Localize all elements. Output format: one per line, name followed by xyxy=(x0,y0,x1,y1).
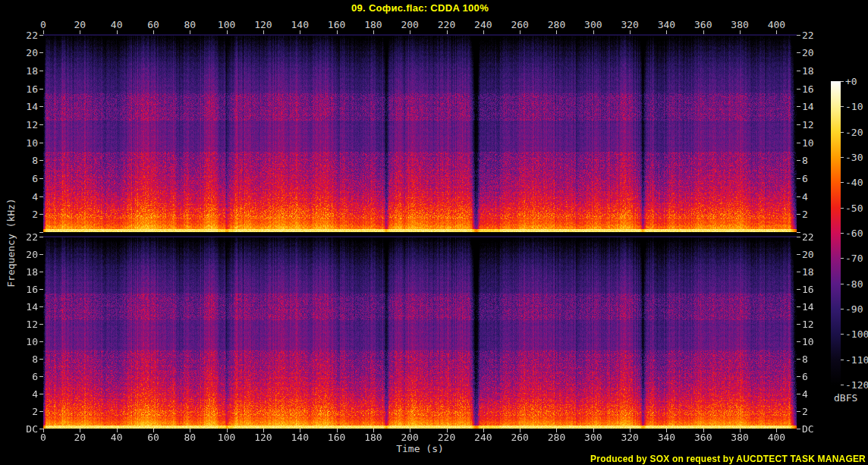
y-axis-tick xyxy=(39,143,43,143)
x-tick-label-bottom: 100 xyxy=(212,432,242,442)
y-tick-label-right: 16 xyxy=(802,284,825,294)
x-tick-label-top: 140 xyxy=(285,20,315,30)
y-tick-label-left: 18 xyxy=(15,267,38,277)
y-tick-label-left: 2 xyxy=(15,209,38,219)
y-axis-tick xyxy=(797,143,800,143)
x-tick-label-top: 160 xyxy=(322,20,352,30)
y-axis-tick xyxy=(797,106,800,107)
y-axis-tick xyxy=(39,394,43,394)
y-tick-label-left: 16 xyxy=(15,284,38,294)
x-axis-tick xyxy=(337,30,338,34)
y-tick-label-right: 16 xyxy=(802,84,825,94)
y-tick-label-left: 10 xyxy=(15,138,38,148)
x-tick-label-bottom: 240 xyxy=(468,432,498,442)
y-axis-tick xyxy=(39,359,43,360)
x-tick-label-bottom: 400 xyxy=(761,432,791,442)
y-axis-tick xyxy=(39,237,43,237)
y-axis-tick xyxy=(39,306,43,307)
x-axis-tick xyxy=(630,30,631,34)
y-tick-label-left: 4 xyxy=(15,192,38,202)
y-tick-label-right: 2 xyxy=(802,407,825,416)
y-tick-label-left: 6 xyxy=(15,372,38,382)
y-tick-label-right: DC xyxy=(802,424,825,434)
y-tick-label-left: 2 xyxy=(15,407,38,416)
y-axis-tick xyxy=(39,429,43,429)
colorbar-tick xyxy=(841,284,844,284)
y-axis-tick xyxy=(39,376,43,377)
x-tick-label-bottom: 220 xyxy=(432,432,462,442)
y-axis-tick xyxy=(797,359,800,360)
x-axis-tick xyxy=(373,30,374,34)
y-axis-tick xyxy=(39,52,43,53)
y-tick-label-right: 22 xyxy=(802,30,825,40)
y-tick-label-right: 4 xyxy=(802,192,825,202)
y-tick-label-left: 22 xyxy=(15,232,38,242)
colorbar-tick xyxy=(841,182,844,183)
y-axis-tick xyxy=(39,232,43,233)
x-tick-label-bottom: 120 xyxy=(248,432,278,442)
x-axis-tick xyxy=(153,30,154,34)
x-tick-label-bottom: 20 xyxy=(64,432,95,442)
y-tick-label-right: 14 xyxy=(802,302,825,312)
colorbar-tick-label: -90 xyxy=(845,304,868,314)
x-axis-tick xyxy=(593,30,594,34)
x-axis-tick xyxy=(43,30,44,34)
x-axis-tick xyxy=(117,30,118,34)
y-axis-tick xyxy=(797,89,800,90)
colorbar-tick-label: -100 xyxy=(845,329,868,339)
y-axis-tick xyxy=(39,411,43,412)
x-tick-label-top: 300 xyxy=(578,20,609,30)
colorbar-tick-label: -80 xyxy=(845,279,868,289)
x-axis-tick xyxy=(520,30,520,34)
x-tick-label-top: 400 xyxy=(761,20,791,30)
y-axis-tick xyxy=(797,341,800,342)
x-axis-tick xyxy=(776,30,777,34)
colorbar-tick-label: -70 xyxy=(845,253,868,263)
y-tick-label-right: 4 xyxy=(802,389,825,399)
y-axis-tick xyxy=(797,376,800,377)
colorbar-tick-label: -10 xyxy=(845,102,868,112)
y-axis-tick xyxy=(39,289,43,290)
x-tick-label-top: 80 xyxy=(175,20,205,30)
y-tick-label-right: 18 xyxy=(802,267,825,277)
y-axis-tick xyxy=(39,254,43,255)
x-tick-label-top: 100 xyxy=(212,20,242,30)
y-axis-tick xyxy=(39,272,43,272)
x-tick-label-bottom: 140 xyxy=(285,432,315,442)
x-axis-tick xyxy=(80,30,80,34)
x-tick-label-bottom: 260 xyxy=(505,432,535,442)
x-tick-label-top: 360 xyxy=(688,20,719,30)
colorbar-tick xyxy=(841,208,844,209)
y-tick-label-left: 20 xyxy=(15,250,38,259)
y-axis-tick xyxy=(797,324,800,325)
y-axis-tick xyxy=(797,178,800,179)
x-tick-label-bottom: 340 xyxy=(651,432,681,442)
page-title: 09. Софис.flac: CDDA 100% xyxy=(43,2,797,14)
x-tick-label-bottom: 360 xyxy=(688,432,719,442)
y-tick-label-right: 12 xyxy=(802,120,825,130)
y-axis-tick xyxy=(39,214,43,215)
x-tick-label-bottom: 40 xyxy=(102,432,132,442)
y-axis-tick xyxy=(797,429,800,429)
colorbar-tick-label: -40 xyxy=(845,178,868,187)
y-axis-tick xyxy=(797,394,800,394)
y-tick-label-left: 4 xyxy=(15,389,38,399)
y-tick-label-right: 22 xyxy=(802,232,825,242)
colorbar-tick xyxy=(841,157,844,158)
credit-line: Produced by SOX on request by AUCDTECT T… xyxy=(590,454,866,464)
colorbar-tick xyxy=(841,334,844,335)
x-tick-label-top: 180 xyxy=(358,20,388,30)
colorbar-tick xyxy=(841,233,844,234)
x-axis-tick xyxy=(556,30,557,34)
y-axis-tick xyxy=(797,160,800,161)
x-axis-tick xyxy=(300,30,300,34)
y-tick-label-right: 6 xyxy=(802,174,825,184)
y-axis-tick xyxy=(797,124,800,125)
y-tick-label-right: 20 xyxy=(802,250,825,259)
colorbar-tick xyxy=(841,81,844,82)
y-axis-tick xyxy=(797,71,800,71)
x-tick-label-top: 280 xyxy=(541,20,571,30)
colorbar-tick-label: -20 xyxy=(845,127,868,137)
y-axis-tick xyxy=(39,196,43,197)
y-tick-label-left: 12 xyxy=(15,120,38,130)
